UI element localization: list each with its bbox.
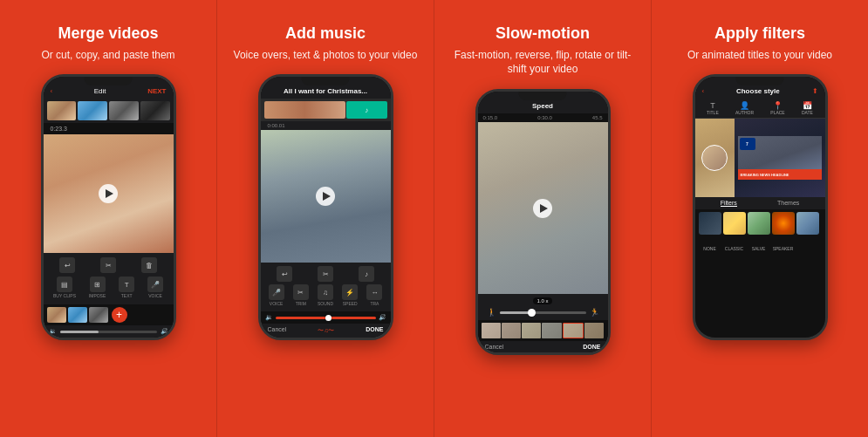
film-5 bbox=[563, 323, 584, 338]
tab-filters-btn[interactable]: Filters bbox=[721, 200, 737, 207]
vol-bar[interactable] bbox=[60, 331, 157, 333]
slow-play-btn[interactable] bbox=[533, 199, 552, 218]
speed-slider[interactable]: 🚶 🏃 bbox=[482, 308, 605, 317]
slow-cancel-btn[interactable]: Cancel bbox=[485, 344, 504, 350]
voice-label-2: VOICE bbox=[270, 301, 284, 306]
vol-fill bbox=[60, 331, 99, 333]
music-cancel-done: Cancel 〜♫〜 DONE bbox=[261, 324, 391, 338]
merge-ctrl-row: ↩ ✂ 🗑 bbox=[47, 257, 170, 273]
phone-filters: ‹ Choose style ⬆ T TITLE 👤 AUTHOR 📍 PLAC… bbox=[693, 74, 828, 340]
music-video bbox=[261, 130, 391, 263]
music-controls: ↩ ✂ ♪ 🎤 VOICE ✂ TRIM bbox=[261, 263, 391, 311]
date-icon: 📅 bbox=[803, 101, 812, 110]
merge-back[interactable]: ‹ bbox=[51, 87, 53, 95]
merge-next-btn[interactable]: NEXT bbox=[147, 87, 166, 95]
music-label-row: 🎤 VOICE ✂ TRIM ♫ SOUND ⚡ SPEED bbox=[264, 284, 387, 306]
strip-thumb-3 bbox=[89, 307, 108, 323]
thumb-4 bbox=[140, 101, 170, 120]
music-timecode: 0:00.01 bbox=[261, 121, 391, 130]
audio-track[interactable] bbox=[276, 317, 376, 319]
audio-high-icon: 🔊 bbox=[379, 314, 386, 321]
filter-title: Choose style bbox=[736, 87, 780, 95]
ctrl-text[interactable]: T TEXT bbox=[119, 277, 134, 298]
slow-done-btn[interactable]: DONE bbox=[583, 344, 600, 350]
strip-thumb-1 bbox=[47, 307, 66, 323]
text-icon: T bbox=[119, 277, 134, 292]
panel-filters-subtitle: Or animated titles to your video bbox=[687, 48, 832, 63]
ctrl-undo[interactable]: ↩ bbox=[59, 257, 75, 273]
filter-back-btn[interactable]: ‹ bbox=[702, 87, 705, 95]
voice-icon-2: 🎤 bbox=[269, 284, 284, 300]
tab-themes-btn[interactable]: Themes bbox=[777, 200, 799, 207]
audio-playhead bbox=[325, 315, 331, 321]
undo-icon: ↩ bbox=[59, 257, 75, 273]
music-play-btn[interactable] bbox=[316, 187, 335, 206]
music-note[interactable]: ♪ bbox=[359, 266, 374, 282]
thumb-1 bbox=[47, 101, 77, 120]
filter-labels-row: NONE CLASSIC SALVE SPEAKER bbox=[695, 237, 825, 257]
music-done-btn[interactable]: DONE bbox=[366, 326, 383, 335]
screen-slowmotion: Speed 0:15.0 0:30.0 45.5 1.0 x 🚶 bbox=[478, 92, 608, 352]
slow-filmstrip bbox=[478, 320, 608, 341]
panel-slowmotion: Slow-motion Fast-motion, reverse, flip, … bbox=[434, 0, 651, 437]
filter-speaker[interactable] bbox=[796, 212, 819, 235]
sound-label: SOUND bbox=[318, 301, 333, 306]
filter-share-btn[interactable]: ⬆ bbox=[812, 87, 818, 95]
merge-video bbox=[44, 134, 174, 253]
panel-music: Add music Voice overs, text & photos to … bbox=[216, 0, 434, 437]
dog-image bbox=[701, 145, 728, 171]
screen-merge: ‹ Edit NEXT 0:23.3 bbox=[44, 77, 174, 338]
impose-label: IMPOSE bbox=[89, 293, 106, 298]
music-cut[interactable]: ✂ bbox=[318, 266, 333, 282]
phone-slowmotion: Speed 0:15.0 0:30.0 45.5 1.0 x 🚶 bbox=[475, 89, 611, 355]
ctrl-cut[interactable]: ✂ bbox=[100, 257, 116, 273]
slider-track[interactable] bbox=[500, 311, 586, 314]
filter-none[interactable] bbox=[699, 212, 721, 235]
speed-badge: 1.0 x bbox=[533, 297, 551, 304]
play-icon bbox=[106, 189, 113, 198]
ruler-1: 0:30.0 bbox=[537, 115, 552, 120]
ctrl-trim[interactable]: ✂ TRIM bbox=[293, 284, 309, 306]
ctrl-tra[interactable]: ↔ TRA bbox=[366, 284, 382, 306]
cut-icon-2: ✂ bbox=[318, 266, 333, 282]
place-icon: 📍 bbox=[773, 101, 783, 110]
ctrl-delete[interactable]: 🗑 bbox=[141, 257, 157, 273]
sound-icon: ♫ bbox=[318, 284, 333, 300]
filter-none-lbl: NONE bbox=[699, 238, 721, 254]
ctrl-voice[interactable]: 🎤 VOICE bbox=[147, 277, 163, 298]
trim-label: TRIM bbox=[296, 301, 306, 306]
filter-fire[interactable] bbox=[772, 212, 795, 235]
music-song-title: All I want for Christmas... bbox=[284, 87, 367, 95]
delete-icon: 🗑 bbox=[141, 257, 157, 273]
tab-title-lbl: TITLE bbox=[707, 110, 719, 115]
ctrl-sound[interactable]: ♫ SOUND bbox=[318, 284, 333, 306]
music-cancel-btn[interactable]: Cancel bbox=[268, 326, 287, 335]
panel-merge: Merge videos Or cut, copy, and paste the… bbox=[0, 0, 216, 437]
walk-icon: 🚶 bbox=[487, 308, 496, 317]
strip-thumb-2 bbox=[68, 307, 87, 323]
ctrl-impose[interactable]: ⊞ IMPOSE bbox=[89, 277, 106, 298]
voice-icon: 🎤 bbox=[147, 277, 163, 292]
notch-filters bbox=[736, 77, 784, 85]
slow-speed-ctrl: 1.0 x 🚶 🏃 bbox=[478, 294, 608, 320]
music-undo[interactable]: ↩ bbox=[277, 266, 292, 282]
tab-author-lbl: AUTHOR bbox=[735, 110, 754, 115]
panel-filters: Apply filters Or animated titles to your… bbox=[651, 0, 868, 437]
ctrl-speed[interactable]: ⚡ SPEED bbox=[342, 284, 358, 306]
filter-classic[interactable] bbox=[723, 212, 746, 235]
filter-speaker-lbl: SPEAKER bbox=[772, 238, 795, 254]
notch-slowmotion bbox=[519, 92, 567, 100]
merge-strip: + bbox=[44, 304, 174, 325]
ctrl-voice2[interactable]: 🎤 VOICE bbox=[269, 284, 284, 306]
filter-salve[interactable] bbox=[748, 212, 770, 235]
tab-author[interactable]: 👤 AUTHOR bbox=[735, 101, 754, 115]
ctrl-buyclips[interactable]: ▤ BUY CLIPS bbox=[53, 277, 76, 298]
tab-title[interactable]: T TITLE bbox=[707, 101, 719, 115]
screen-filters: ‹ Choose style ⬆ T TITLE 👤 AUTHOR 📍 PLAC… bbox=[695, 77, 825, 338]
strip-add-btn[interactable]: + bbox=[112, 307, 127, 323]
tab-date[interactable]: 📅 DATE bbox=[802, 101, 813, 115]
tab-place[interactable]: 📍 PLACE bbox=[770, 101, 784, 115]
news-badge: 7 bbox=[740, 138, 755, 150]
slider-thumb bbox=[528, 309, 536, 317]
merge-play-btn[interactable] bbox=[99, 184, 118, 203]
